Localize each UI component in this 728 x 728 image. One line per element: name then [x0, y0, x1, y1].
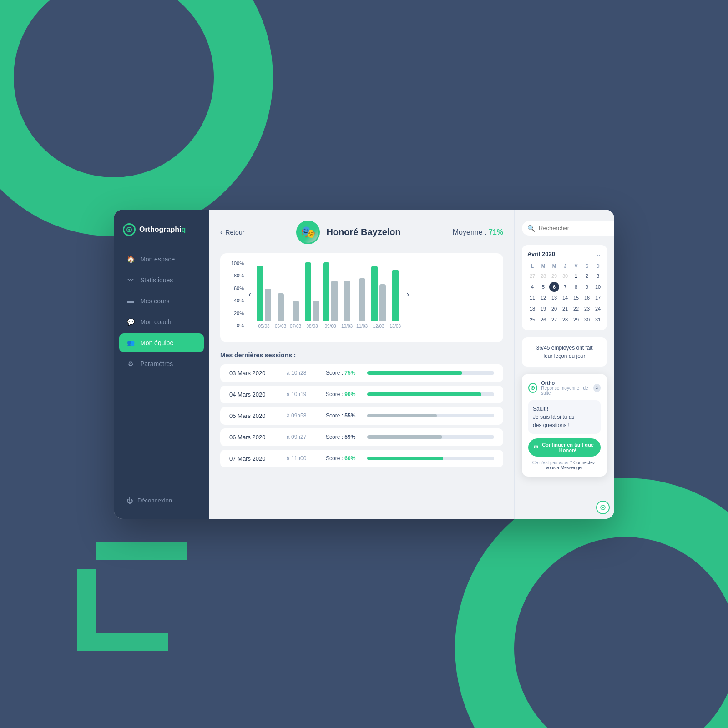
bar-gray-0703 [293, 301, 299, 321]
sidebar-nav: 🏠 Mon espace 〰 Statistiques ▬ Mes cours … [114, 250, 209, 492]
cal-day-15[interactable]: 15 [571, 293, 581, 303]
svg-point-5 [602, 507, 604, 508]
progress-fill-0 [367, 371, 462, 375]
cal-header-j: J [560, 262, 570, 270]
cal-day-28prev[interactable]: 28 [538, 271, 548, 281]
back-button[interactable]: ‹ Retour [220, 228, 244, 236]
bar-pair-1103 [359, 278, 365, 321]
bar-date-1103: 11/03 [356, 324, 368, 329]
search-input[interactable] [539, 225, 614, 231]
cal-day-29prev[interactable]: 29 [549, 271, 559, 281]
cal-day-26[interactable]: 26 [538, 315, 548, 325]
svg-point-1 [128, 229, 130, 231]
sidebar-item-mes-cours[interactable]: ▬ Mes cours [119, 291, 204, 311]
session-date-1: 04 Mars 2020 [229, 391, 279, 398]
bar-date-0903: 09/03 [325, 324, 336, 329]
bg-decoration-top [0, 0, 273, 236]
sidebar-label-mes-cours: Mes cours [140, 297, 170, 305]
cal-day-25[interactable]: 25 [527, 315, 537, 325]
chat-title-group: Ortho Réponse moyenne : de suite [541, 380, 593, 396]
cal-day-7[interactable]: 7 [560, 282, 570, 292]
chat-continue-button[interactable]: ✉ Continuer en tant que Honoré [528, 438, 601, 457]
bar-pair-0503 [257, 266, 271, 321]
cal-day-24[interactable]: 24 [593, 304, 603, 314]
sidebar-label-mon-espace: Mon espace [140, 256, 175, 263]
chat-title: Ortho [541, 380, 593, 386]
sidebar-item-mon-coach[interactable]: 💬 Mon coach [119, 312, 204, 331]
messenger-link[interactable]: Connectez-vous à Messenger [546, 460, 597, 470]
session-row-3: 06 Mars 2020 à 09h27 Score : 59% [220, 428, 503, 446]
cal-day-10[interactable]: 10 [593, 282, 603, 292]
cal-day-11[interactable]: 11 [527, 293, 537, 303]
cal-day-2[interactable]: 2 [582, 271, 592, 281]
sidebar-label-mon-equipe: Mon équipe [140, 339, 173, 346]
bar-group-0603: 06/03 [275, 293, 286, 329]
courses-icon: ▬ [126, 297, 135, 305]
cal-day-20[interactable]: 20 [549, 304, 559, 314]
cal-day-17[interactable]: 17 [593, 293, 603, 303]
cal-day-12[interactable]: 12 [538, 293, 548, 303]
app-container: Orthographiq 🏠 Mon espace 〰 Statistiques… [114, 210, 614, 519]
bar-date-1003: 10/03 [341, 324, 353, 329]
cal-day-22[interactable]: 22 [571, 304, 581, 314]
team-icon: 👥 [126, 339, 135, 347]
cal-day-27prev[interactable]: 27 [527, 271, 537, 281]
right-panel: 🔍 🤠 Avril 2020 ⌄ L M M J V S D 27 [514, 210, 614, 519]
sidebar-item-parametres[interactable]: ⚙ Paramètres [119, 354, 204, 373]
chat-header-info: Ortho Réponse moyenne : de suite [528, 380, 593, 396]
ortho-float-icon[interactable] [596, 501, 610, 514]
progress-fill-4 [367, 457, 443, 460]
employee-info: 36/45 employés ont faitleur leçon du jou… [522, 337, 607, 367]
cal-day-19[interactable]: 19 [538, 304, 548, 314]
cal-day-21[interactable]: 21 [560, 304, 570, 314]
cal-day-3[interactable]: 3 [593, 271, 603, 281]
cal-day-8[interactable]: 8 [571, 282, 581, 292]
calendar-nav-icon[interactable]: ⌄ [596, 251, 602, 258]
cal-day-30prev[interactable]: 30 [560, 271, 570, 281]
cal-day-5[interactable]: 5 [538, 282, 548, 292]
session-date-2: 05 Mars 2020 [229, 412, 279, 419]
session-time-2: à 09h58 [287, 412, 318, 419]
sidebar-label-mon-coach: Mon coach [140, 318, 171, 326]
sidebar-item-mon-espace[interactable]: 🏠 Mon espace [119, 250, 204, 269]
cal-day-9[interactable]: 9 [582, 282, 592, 292]
chart-nav-left[interactable]: ‹ [247, 290, 253, 299]
session-score-2: Score : 55% [326, 412, 360, 419]
main-content: ‹ Retour 🎭 Honoré Bayzelon Moyenne : 71%… [209, 210, 514, 519]
cal-day-14[interactable]: 14 [560, 293, 570, 303]
cal-day-1[interactable]: 1 [571, 271, 581, 281]
logout-button[interactable]: ⏻ Déconnexion [119, 492, 204, 510]
cal-header-s: S [582, 262, 592, 270]
cal-day-4[interactable]: 4 [527, 282, 537, 292]
y-label-60: 60% [234, 286, 244, 291]
y-label-0: 0% [237, 323, 244, 328]
logout-label: Déconnexion [137, 497, 172, 504]
y-label-80: 80% [234, 273, 244, 278]
bar-date-1203: 12/03 [373, 324, 384, 329]
logo-text: Orthographiq [139, 226, 186, 234]
cal-day-6-today[interactable]: 6 [549, 282, 559, 292]
bar-pair-1003 [344, 281, 350, 321]
chat-message-text: Salut !Je suis là si tu asdes questions … [533, 406, 574, 428]
session-row-4: 07 Mars 2020 à 11h00 Score : 60% [220, 450, 503, 467]
cal-day-30[interactable]: 30 [582, 315, 592, 325]
sidebar-item-mon-equipe[interactable]: 👥 Mon équipe [119, 333, 204, 352]
chat-close-button[interactable]: ✕ [593, 384, 601, 392]
bar-group-1003: 10/03 [341, 281, 353, 329]
cal-day-18[interactable]: 18 [527, 304, 537, 314]
sidebar-item-statistiques[interactable]: 〰 Statistiques [119, 271, 204, 290]
chat-continue-icon: ✉ [534, 444, 538, 450]
cal-day-27[interactable]: 27 [549, 315, 559, 325]
cal-day-23[interactable]: 23 [582, 304, 592, 314]
cal-day-28[interactable]: 28 [560, 315, 570, 325]
chat-logo [528, 383, 537, 393]
search-icon: 🔍 [527, 225, 535, 232]
cal-day-16[interactable]: 16 [582, 293, 592, 303]
progress-bar-4 [367, 457, 494, 460]
cal-day-31[interactable]: 31 [593, 315, 603, 325]
cal-header-l: L [527, 262, 537, 270]
cal-day-29[interactable]: 29 [571, 315, 581, 325]
chart-nav-right[interactable]: › [404, 290, 411, 299]
cal-day-13[interactable]: 13 [549, 293, 559, 303]
session-score-0: Score : 75% [326, 370, 360, 376]
